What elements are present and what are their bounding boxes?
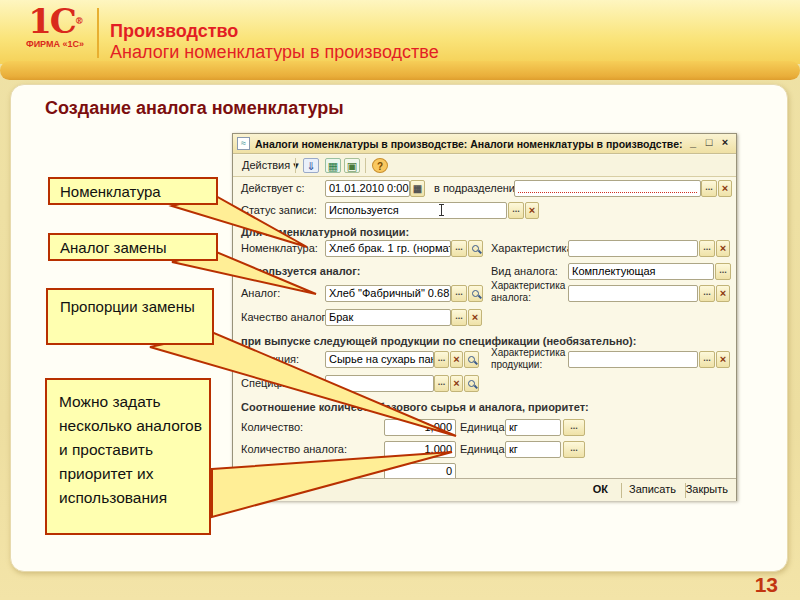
characteristic-label: Характеристика: xyxy=(491,242,576,254)
header-subtitle: Аналоги номенклатуры в производстве xyxy=(110,42,439,63)
analog-characteristic-label: Характеристика аналога: xyxy=(491,280,569,303)
unit-label: Единица: xyxy=(460,443,508,455)
unit-field[interactable]: кг xyxy=(505,419,561,436)
copy-document-icon[interactable]: ▣ xyxy=(344,158,360,173)
close-dialog-button[interactable]: Закрыть xyxy=(680,483,734,495)
specification-select-button[interactable]: ... xyxy=(434,375,449,392)
analog-search-button[interactable] xyxy=(468,285,483,302)
callout-priority: Можно задать несколько аналогов и проста… xyxy=(45,378,211,535)
analog-characteristic-field[interactable] xyxy=(568,285,698,302)
analog-kind-label: Вид аналога: xyxy=(491,265,558,277)
callout-analog: Аналог замены xyxy=(48,233,218,261)
callout-proportions: Пропорции замены xyxy=(46,288,214,345)
production-characteristic-select-button[interactable]: ... xyxy=(699,351,715,368)
quantity-label: Количество: xyxy=(241,421,303,433)
analog-quality-clear-button[interactable]: × xyxy=(468,309,482,326)
magnifier-icon xyxy=(468,356,475,363)
analog-dialog-window: ≈ Аналоги номенклатуры в производстве: А… xyxy=(232,133,737,501)
analog-kind-field[interactable]: Комплектующая xyxy=(568,263,714,280)
section-ratio: Соотношение количеств базового сырья и а… xyxy=(241,401,589,413)
unit-label: Единица: xyxy=(460,421,508,433)
actions-menu-button[interactable]: Действия ▾ xyxy=(238,158,303,173)
close-button[interactable]: × xyxy=(718,136,732,150)
production-characteristic-field[interactable] xyxy=(568,351,698,368)
header-title: Производство xyxy=(110,21,238,42)
analog-characteristic-clear-button[interactable]: × xyxy=(716,285,730,302)
section-output: при выпуске следующей продукции по специ… xyxy=(241,335,636,347)
priority-label: Приоритет: xyxy=(241,465,298,477)
production-select-button[interactable]: ... xyxy=(434,351,449,368)
specification-search-button[interactable] xyxy=(464,375,479,392)
table-icon[interactable]: ▦ xyxy=(325,158,341,173)
analog-characteristic-select-button[interactable]: ... xyxy=(699,285,715,302)
record-status-clear-button[interactable]: × xyxy=(525,202,539,219)
section-analog-used: Используется аналог: xyxy=(241,265,361,277)
maximize-button[interactable]: □ xyxy=(702,136,716,150)
analog-kind-select-button[interactable]: ... xyxy=(715,263,731,280)
specification-clear-button[interactable]: × xyxy=(450,375,463,392)
nomenclature-search-button[interactable] xyxy=(468,240,483,257)
magnifier-icon xyxy=(472,245,479,252)
required-underline xyxy=(518,192,697,193)
subdivision-label: в подразделении xyxy=(434,182,521,194)
button-separator xyxy=(621,483,622,498)
production-search-button[interactable] xyxy=(464,351,479,368)
characteristic-field[interactable] xyxy=(568,240,698,257)
nomenclature-select-button[interactable]: ... xyxy=(451,240,467,257)
subdivision-clear-button[interactable]: × xyxy=(718,180,732,197)
effective-from-field[interactable]: 01.01.2010 0:00:00 xyxy=(325,180,410,197)
write-button[interactable]: Записать xyxy=(623,483,682,495)
header-divider xyxy=(97,8,99,58)
save-record-icon[interactable]: ⇓ xyxy=(303,158,319,173)
production-characteristic-clear-button[interactable]: × xyxy=(716,351,730,368)
unit-select-button[interactable]: ... xyxy=(563,419,585,436)
production-characteristic-label: Характеристика продукции: xyxy=(491,347,569,370)
toolbar-separator xyxy=(295,158,296,173)
page-title: Создание аналога номенклатуры xyxy=(45,98,344,119)
slide-header: 1С® ФИРМА «1С» Производство Аналоги номе… xyxy=(0,0,800,64)
logo-subtext: ФИРМА «1С» xyxy=(16,39,94,49)
analog-select-button[interactable]: ... xyxy=(451,285,467,302)
production-clear-button[interactable]: × xyxy=(450,351,463,368)
nomenclature-field[interactable]: Хлеб брак. 1 гр. (норматив) xyxy=(325,240,451,257)
magnifier-icon xyxy=(468,380,475,387)
specification-field[interactable] xyxy=(325,375,434,392)
production-label: Продукция: xyxy=(241,353,299,365)
analog-quantity-field[interactable]: 1,000 xyxy=(384,441,456,458)
ok-button[interactable]: ОК xyxy=(587,483,614,495)
analog-quality-select-button[interactable]: ... xyxy=(451,309,467,326)
dialog-button-bar: ОК Записать Закрыть xyxy=(233,478,736,501)
record-status-select-button[interactable]: ... xyxy=(508,202,524,219)
toolbar-separator xyxy=(365,158,366,173)
ibeam-cursor xyxy=(441,204,442,216)
production-field[interactable]: Сырье на сухарь панировочн xyxy=(325,351,434,368)
characteristic-select-button[interactable]: ... xyxy=(699,240,715,257)
dialog-title: Аналоги номенклатуры в производстве: Ана… xyxy=(255,138,683,150)
unit-field[interactable]: кг xyxy=(505,441,561,458)
record-status-label: Статус записи: xyxy=(241,204,317,216)
header-gold-band xyxy=(0,61,800,80)
magnifier-icon xyxy=(472,290,479,297)
nomenclature-label: Номенклатура: xyxy=(241,242,318,254)
page-number: 13 xyxy=(755,573,778,597)
analog-quality-field[interactable]: Брак xyxy=(325,309,451,326)
registered-mark: ® xyxy=(75,16,82,26)
characteristic-clear-button[interactable]: × xyxy=(716,240,730,257)
calendar-picker-button[interactable]: ▦ xyxy=(410,180,425,197)
minimize-button[interactable]: _ xyxy=(686,136,700,150)
unit-select-button[interactable]: ... xyxy=(563,441,585,458)
analog-field[interactable]: Хлеб "Фабричный" 0.68 xyxy=(325,285,451,302)
analog-quality-label: Качество аналога: xyxy=(241,311,334,323)
logo-1c: 1С® ФИРМА «1С» xyxy=(16,4,94,49)
subdivision-select-button[interactable]: ... xyxy=(701,180,717,197)
record-status-field[interactable]: Используется xyxy=(325,202,507,219)
logo-text: 1С xyxy=(28,1,75,41)
analog-label: Аналог: xyxy=(241,287,280,299)
subdivision-field[interactable] xyxy=(514,180,701,197)
section-position: Для номенклатурной позиции: xyxy=(241,226,409,238)
quantity-field[interactable]: 1,000 xyxy=(384,419,456,436)
specification-label: Спецификация: xyxy=(241,377,321,389)
effective-from-label: Действует с: xyxy=(241,182,305,194)
help-icon[interactable]: ? xyxy=(372,158,388,173)
dialog-titlebar[interactable]: ≈ Аналоги номенклатуры в производстве: А… xyxy=(233,134,736,154)
